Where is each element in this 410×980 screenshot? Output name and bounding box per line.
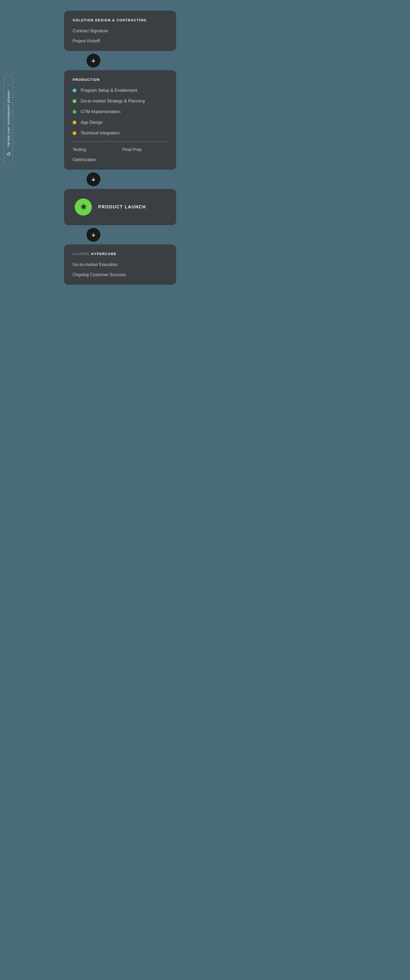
arrow-down-2 xyxy=(86,172,101,186)
production-item-1: Program Setup & Enablement xyxy=(73,88,168,93)
arrow-down-3 xyxy=(86,228,101,242)
solution-design-card: SOLUTION DESIGN & CONTRACTING Contract S… xyxy=(64,11,176,51)
arrow-down-1 xyxy=(86,54,101,67)
solution-design-item-1: Contract Signature xyxy=(73,29,168,33)
dot-yellow-2 xyxy=(73,131,77,135)
iterate-box: → Iterate over subsequent phases ↺ xyxy=(4,75,13,165)
launch-asterisk-icon: ✳ xyxy=(75,199,92,216)
left-arrow: → xyxy=(7,83,11,87)
production-card: PRODUCTION Program Setup & Enablement Go… xyxy=(64,70,176,170)
bottom-items-grid: Testing Final Prep Optimization xyxy=(73,147,168,162)
production-label-3: GTM Implementation xyxy=(81,110,120,114)
production-item-4: App Design xyxy=(73,120,168,125)
final-prep-label: Final Prep xyxy=(122,147,168,152)
dot-green-1 xyxy=(73,99,77,103)
production-item-2: Go-to-market Strategy & Planning xyxy=(73,99,168,103)
production-label-4: App Design xyxy=(81,120,103,125)
solution-design-item-2: Project Kickoff xyxy=(73,39,168,43)
dot-green-2 xyxy=(73,110,77,114)
product-launch-card: ✳ PRODUCT LAUNCH xyxy=(64,189,176,225)
testing-label: Testing xyxy=(73,147,118,152)
hypercare-item-2: Ongoing Customer Success xyxy=(73,272,168,277)
hypercare-card: ALVIERE HYPERCARE Go-to-market Execution… xyxy=(64,244,176,285)
hypercare-item-1: Go-to-market Execution xyxy=(73,262,168,267)
product-launch-title: PRODUCT LAUNCH xyxy=(98,205,146,210)
production-label-2: Go-to-market Strategy & Planning xyxy=(81,99,145,103)
hypercare-title: ALVIERE HYPERCARE xyxy=(73,252,168,256)
iterate-icon: ↺ xyxy=(6,151,10,157)
production-label-1: Program Setup & Enablement xyxy=(81,88,137,93)
production-item-3: GTM Implementation xyxy=(73,110,168,114)
solution-design-title: SOLUTION DESIGN & CONTRACTING xyxy=(73,18,168,22)
production-title: PRODUCTION xyxy=(73,78,168,82)
production-label-5: Technical Integration xyxy=(81,131,120,135)
dot-blue-1 xyxy=(73,89,77,92)
iterate-label: Iterate over subsequent phases xyxy=(6,90,10,147)
dot-yellow-1 xyxy=(73,121,77,124)
optimization-label: Optimization xyxy=(73,158,118,162)
production-item-5: Technical Integration xyxy=(73,131,168,135)
dashed-divider xyxy=(73,142,168,142)
hypercare-prefix: ALVIERE xyxy=(73,252,91,256)
page-wrapper: SOLUTION DESIGN & CONTRACTING Contract S… xyxy=(0,0,176,295)
production-section: → Iterate over subsequent phases ↺ PRODU… xyxy=(0,70,176,170)
hypercare-bold-title: HYPERCARE xyxy=(91,252,116,256)
